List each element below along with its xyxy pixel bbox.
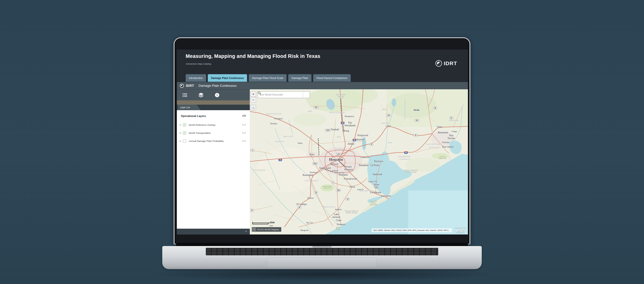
road-shield: 1093 — [312, 163, 318, 165]
layer-menu-icon[interactable]: ••• — [242, 132, 246, 134]
road-shield: 6 — [332, 182, 335, 184]
layer-list-panel: Operational Layers ▸✓World Reference Ove… — [177, 110, 250, 229]
tab-introduction[interactable]: Introduction — [186, 74, 206, 82]
panel-tab-row: Layer List — [177, 105, 250, 110]
road-shield: 59 — [297, 206, 301, 209]
geocoder-search — [258, 91, 310, 98]
scale-km-label: 30km — [270, 221, 274, 223]
info-icon[interactable] — [214, 92, 220, 98]
road-shield: 90 — [369, 143, 373, 146]
page-title: Measuring, Mapping and Managing Flood Ri… — [186, 53, 320, 59]
road-shield: 10 — [278, 158, 282, 161]
expand-caret-icon[interactable]: ▸ — [180, 132, 183, 134]
desktop-background: Measuring, Mapping and Managing Flood Ri… — [0, 0, 644, 284]
left-column: Layer List Operational Layers ▸✓World Re… — [177, 89, 250, 234]
scale-mi-label: 20mi — [269, 225, 273, 227]
coordinate-readout: 29.170 -96.357 Degrees — [257, 228, 279, 231]
layer-label: Annual Damage Plain Probability — [189, 140, 224, 142]
zoom-out-button[interactable]: − — [251, 97, 256, 103]
app-title: Damage Plain Continuous — [198, 84, 236, 88]
zoom-in-button[interactable]: + — [251, 91, 256, 97]
map-canvas[interactable]: HoustonKatyBellaireSugar LandRichmondRos… — [250, 89, 468, 234]
laptop-keyboard — [206, 248, 438, 255]
esri-logo-text: esri — [455, 228, 466, 233]
layer-menu-icon[interactable]: ••• — [242, 140, 246, 142]
page-subtitle: Interactive Map Catalog — [186, 62, 211, 65]
tab-flood-hazard-comparison[interactable]: Flood Hazard Comparison — [313, 74, 351, 82]
search-icon[interactable] — [303, 92, 310, 98]
crosshair-icon[interactable]: + — [252, 228, 256, 231]
panel-footer: « — [177, 229, 250, 234]
scale-bar: 30km 20mi — [252, 222, 274, 224]
app-brand: IDRT — [186, 84, 194, 88]
road-shield: 111 — [250, 209, 254, 212]
road-shield: 10 — [404, 151, 408, 154]
road-shield: 62 — [449, 117, 453, 119]
road-shield: 71 — [250, 149, 254, 152]
operational-layers-heading: Operational Layers — [181, 114, 206, 117]
map-catalog-tabs: IntroductionDamage Plain ContinuousDamag… — [186, 74, 351, 82]
road-shield: 96 — [433, 107, 437, 109]
collapse-panel-icon[interactable]: « — [245, 230, 247, 233]
browser-page: Measuring, Mapping and Managing Flood Ri… — [177, 50, 468, 235]
road-shield: 326 — [415, 119, 419, 122]
filter-icon[interactable] — [242, 114, 246, 118]
layers-icon[interactable] — [198, 92, 204, 98]
layer-checkbox[interactable]: ✓ — [183, 131, 186, 135]
layer-checkbox[interactable]: ✓ — [183, 123, 186, 127]
basemap-graphics — [250, 89, 468, 234]
layer-label: World Transportation — [189, 132, 211, 134]
layer-rows: ▸✓World Reference Overlay•••▸✓World Tran… — [177, 121, 250, 145]
search-input[interactable] — [258, 92, 303, 98]
idrt-logo-icon — [435, 60, 442, 67]
layer-row: ▸✓World Reference Overlay••• — [177, 121, 250, 129]
road-shield: 610 — [336, 153, 341, 156]
tab-damage-plain-continuous[interactable]: Damage Plain Continuous — [208, 74, 247, 82]
panel-accent-strip — [177, 100, 250, 105]
road-shield: 288 — [336, 189, 341, 192]
coordinate-widget[interactable]: + 29.170 -96.357 Degrees — [252, 227, 281, 232]
road-shield: 146 — [386, 114, 391, 117]
tab-damage-plain-flood-scale[interactable]: Damage Plain Flood Scale — [249, 74, 287, 82]
tab-damage-plain[interactable]: Damage Plain — [288, 74, 311, 82]
layer-checkbox[interactable] — [183, 139, 186, 143]
laptop-shadow — [148, 267, 496, 281]
road-shield: 35 — [346, 198, 349, 200]
road-shield: 105 — [314, 106, 318, 109]
legend-icon[interactable] — [182, 92, 188, 98]
home-button[interactable]: ⌂ — [251, 105, 256, 110]
scale-mi-bar — [252, 223, 268, 224]
widget-toolbar — [177, 89, 250, 100]
app-logo-icon — [180, 84, 184, 88]
esri-logo: POWERED BY esri — [455, 227, 466, 233]
layer-row: ▸Annual Damage Plain Probability••• — [177, 137, 250, 145]
idrt-logo: IDRT — [435, 60, 457, 67]
panel-header: Operational Layers — [177, 110, 250, 121]
layer-list-tab[interactable]: Layer List — [178, 105, 201, 110]
road-shield: 2920 — [325, 129, 331, 132]
map-attribution: Esri, HERE, Garmin, FAO, USGS, NGA, EPA,… — [372, 228, 452, 232]
app-header: IDRT Damage Plain Continuous — [177, 82, 468, 89]
road-shield: 90 — [414, 134, 417, 137]
laptop-trackpad — [267, 258, 377, 268]
layer-menu-icon[interactable]: ••• — [242, 124, 246, 126]
layer-row: ▸✓World Transportation••• — [177, 129, 250, 137]
road-shield: 36 — [314, 191, 318, 194]
expand-caret-icon[interactable]: ▸ — [180, 140, 183, 142]
app-content: Layer List Operational Layers ▸✓World Re… — [177, 89, 468, 234]
expand-caret-icon[interactable]: ▸ — [180, 124, 183, 126]
layer-label: World Reference Overlay — [189, 124, 215, 126]
road-shield: 69 — [352, 139, 356, 142]
road-shield: 45 — [340, 121, 345, 125]
idrt-logo-text: IDRT — [444, 60, 457, 66]
